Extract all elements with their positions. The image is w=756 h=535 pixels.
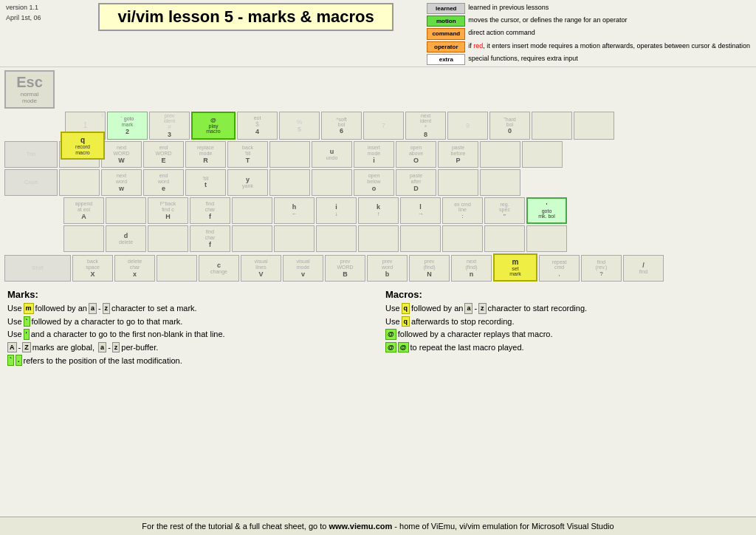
key-b-upper: prevWORD B [325,255,365,282]
footer-suffix: - home of ViEmu, vi/vim emulation for Mi… [392,522,614,531]
legend-desc-learned: learned in previous lessons [468,3,549,13]
key-slash-lower: / find [623,255,664,282]
key-v-upper: visuallines V [241,255,281,282]
marks-line-4: A - Z marks are global, a - z per-buffer… [7,342,371,353]
key-g [232,197,272,224]
key-e-lower: endword e [143,169,184,196]
legend-desc-motion: moves the cursor, or defines the range f… [468,16,627,25]
key-d-upper: pasteafter D [396,169,436,196]
date-text: April 1st, 06 [6,13,65,24]
key-d-lower [63,225,104,252]
key-3: prevident # 3 [149,112,190,140]
key-2-goto-mark: ` gotomark 2 [107,112,148,140]
inline-key-q1: q [402,303,410,314]
key-h-arrow: h ← [274,197,315,224]
key-6: ^softbol 6 [321,112,362,140]
macros-line-2: Use q afterwards to stop recording. [385,316,749,327]
key-r: replacemode R [185,141,226,168]
legend: learned learned in previous lessons moti… [427,3,750,65]
inline-key-q2: q [402,316,410,327]
key-w-lower: nextword w [101,169,142,196]
footer-url: www.viemu.com [329,522,392,531]
key-quote [480,169,520,196]
marks-title: Marks: [7,289,371,300]
key-l: l → [400,197,441,224]
top-bar: version 1.1 April 1st, 06 vi/vim lesson … [0,0,756,67]
legend-desc-extra: special functions, requires extra input [468,54,578,64]
key-d-delete: d delete [106,225,146,252]
key-reg-spec: reg.spec " [484,197,525,224]
key-s [106,197,146,224]
main-title: vi/vim lesson 5 - marks & macros [98,3,393,31]
key-shift-left: Shift [4,255,71,282]
esc-key: Esc normal mode [4,70,55,109]
esc-row: Esc normal mode [0,67,756,109]
footer-text: For the rest of the tutorial & a full ch… [142,522,329,531]
key-o-lower: openbelow o [354,169,394,196]
key-i: insertmode i [354,141,394,168]
inline-key-backtick2: ` [7,355,14,366]
inline-key-dot: . [16,355,22,366]
key-i-lower [312,169,352,196]
key-comma: repeatcmd , [539,255,580,282]
key-n-lower: next(find) n [451,255,492,282]
macros-line-4: @@ to repeat the last macro played. [385,342,749,353]
key-t-lower: 'till t [185,169,226,196]
key-colon-dim [442,225,483,252]
key-j-dim [316,225,357,252]
legend-badge-extra: extra [427,54,465,65]
content-area: Marks: Use m followed by an a - z charac… [0,284,756,372]
key-k: k ↑ [358,197,399,224]
key-tab: Tab [4,141,58,168]
key-apostrophe-goto-mkbol: ' gotomk. bol [526,197,567,224]
key-k-dim [358,225,399,252]
key-x-upper: backspace X [72,255,113,282]
key-ex-cmd: ex cmdline : [442,197,483,224]
key-p-upper: pastebefore P [438,141,478,168]
key-enter-dim [526,225,567,252]
legend-badge-motion: motion [427,16,465,27]
key-minus [532,112,572,140]
key-h-dim [274,225,315,252]
key-5: % 5 [279,112,320,140]
inline-key-z1: z [103,303,111,314]
inline-key-m: m [24,303,34,314]
key-bracket-open [480,141,520,168]
key-v-lower: visualmode v [283,255,323,282]
key-8: nextident * 8 [405,112,446,140]
key-b-lower: prevword b [367,255,408,282]
marks-section: Marks: Use m followed by an a - z charac… [7,289,371,368]
key-w: nextWORD W [101,141,142,168]
key-x-lower: deletechar x [114,255,155,282]
key-9: 9 [447,112,488,140]
key-u-lower [269,169,310,196]
key-0: "hardbol 0 [489,112,530,140]
key-a [59,169,100,196]
version-text: version 1.1 [6,3,65,13]
key-e: endWORD E [143,141,184,168]
legend-desc-operator: if red, it enters insert mode requires a… [468,41,750,51]
key-o-upper: openabove O [396,141,436,168]
key-m-set-mark: m setmark [493,253,537,282]
inline-key-a1: a [89,303,97,314]
marks-line-5: `. refers to the position of the last mo… [7,355,371,366]
key-t: back'till T [227,141,268,168]
key-bracket-close [522,141,563,168]
key-y [269,141,310,168]
macros-line-1: Use q followed by an a - z character to … [385,303,749,314]
marks-line-1: Use m followed by an a - z character to … [7,303,371,314]
key-eq [574,112,614,140]
key-7: 7 [363,112,404,140]
key-u: u undo [312,141,352,168]
key-y-lower: y yank [227,169,268,196]
inline-key-apostrophe: ' [24,329,30,340]
legend-badge-learned: learned [427,3,465,14]
inline-key-Z: Z [22,342,31,353]
macros-section: Macros: Use q followed by an a - z chara… [385,289,749,368]
key-c-lower: c change [199,255,239,282]
inline-key-backtick: ` [24,316,30,327]
key-j: i ↓ [316,197,357,224]
version-info: version 1.1 April 1st, 06 [6,3,65,23]
key-semi [438,169,478,196]
legend-desc-command: direct action command [468,28,535,38]
